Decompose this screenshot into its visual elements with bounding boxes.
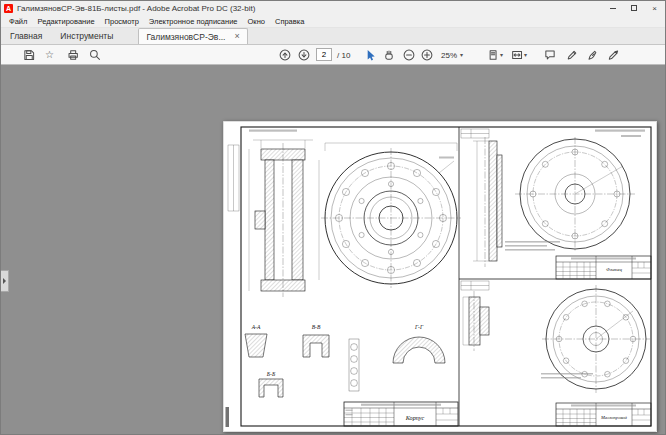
section-label-aa: А-А <box>251 324 261 330</box>
search-icon <box>89 49 101 61</box>
window-controls: × <box>602 1 665 15</box>
print-button[interactable] <box>67 48 79 62</box>
single-page-icon <box>487 49 499 61</box>
printer-icon <box>67 49 79 61</box>
cursor-icon <box>364 49 376 61</box>
save-button[interactable] <box>23 48 35 62</box>
acrobat-window: A ГалимзяновСР-Эв-81Б-листы.pdf - Adobe … <box>0 0 666 435</box>
document-viewport[interactable]: А-А В-В Г-Г Б-Б <box>1 65 666 435</box>
tab-bar: Главная Инструменты ГалимзяновСР-Эв... × <box>1 28 665 45</box>
arrow-down-circle-icon <box>298 49 310 61</box>
acrobat-logo-icon: A <box>4 4 13 13</box>
flanec-part-name: Фланец <box>606 267 622 272</box>
section-label-vv: В-В <box>312 324 321 330</box>
section-label-bb: Б-Б <box>266 371 276 377</box>
comment-icon <box>544 49 556 61</box>
page-view-button[interactable]: ▾ <box>487 48 503 62</box>
nav-pane-toggle[interactable] <box>1 270 9 292</box>
select-tool-button[interactable] <box>364 48 376 62</box>
sign-button[interactable] <box>587 48 599 62</box>
zoom-level-value: 25% <box>441 51 457 60</box>
comment-button[interactable] <box>544 48 556 62</box>
window-title: ГалимзяновСР-Эв-81Б-листы.pdf - Adobe Ac… <box>17 4 255 13</box>
menu-item-view[interactable]: Просмотр <box>100 17 144 26</box>
tab-close-icon[interactable]: × <box>234 32 239 41</box>
plus-circle-icon <box>421 49 433 61</box>
caret-down-icon: ▾ <box>500 52 503 58</box>
engineering-drawing-sheet: А-А В-В Г-Г Б-Б <box>223 121 657 432</box>
maximize-icon <box>631 5 637 11</box>
pipe-part-name: Маслопровод <box>600 415 628 420</box>
menu-item-esign[interactable]: Электронное подписание <box>144 17 243 26</box>
highlighter-icon <box>607 49 619 61</box>
edit-button[interactable] <box>566 48 578 62</box>
minus-circle-icon <box>403 49 415 61</box>
pencil-icon <box>566 49 578 61</box>
menu-item-window[interactable]: Окно <box>243 17 270 26</box>
menu-item-edit[interactable]: Редактирование <box>32 17 99 26</box>
menu-item-file[interactable]: Файл <box>4 17 32 26</box>
arrow-up-circle-icon <box>279 49 291 61</box>
favorites-button[interactable]: ☆ <box>45 48 54 62</box>
next-page-button[interactable] <box>298 48 310 62</box>
zoom-out-button[interactable] <box>403 48 415 62</box>
toolbar: ☆ / 10 <box>1 45 665 65</box>
zoom-in-button[interactable] <box>421 48 433 62</box>
tab-home[interactable]: Главная <box>1 28 51 44</box>
pdf-page[interactable]: А-А В-В Г-Г Б-Б <box>223 121 657 432</box>
korpus-part-name: Корпус <box>405 414 425 421</box>
tab-tools[interactable]: Инструменты <box>51 28 122 44</box>
minimize-icon <box>610 8 616 9</box>
save-icon <box>23 49 35 61</box>
previous-page-button[interactable] <box>279 48 291 62</box>
caret-down-icon: ▾ <box>524 52 527 58</box>
minimize-button[interactable] <box>602 1 623 15</box>
pen-icon <box>587 49 599 61</box>
fit-width-button[interactable]: ▾ <box>511 48 527 62</box>
page-number-input[interactable] <box>316 48 332 61</box>
highlight-button[interactable] <box>607 48 619 62</box>
title-bar: A ГалимзяновСР-Эв-81Б-листы.pdf - Adobe … <box>1 1 665 15</box>
section-label-gg: Г-Г <box>414 324 424 330</box>
maximize-button[interactable] <box>623 1 644 15</box>
tab-document[interactable]: ГалимзяновСР-Эв... × <box>138 28 247 44</box>
star-icon: ☆ <box>45 50 54 60</box>
menu-item-help[interactable]: Справка <box>270 17 309 26</box>
menu-bar: Файл Редактирование Просмотр Электронное… <box>1 15 665 28</box>
search-button[interactable] <box>89 48 101 62</box>
hand-tool-button[interactable] <box>383 48 395 62</box>
tab-document-label: ГалимзяновСР-Эв... <box>146 32 225 42</box>
hand-icon <box>383 49 395 61</box>
page-count-label: / 10 <box>337 51 350 60</box>
close-button[interactable]: × <box>644 1 665 15</box>
zoom-level-dropdown[interactable]: 25% ▾ <box>439 48 465 62</box>
sheet-edge <box>224 122 657 432</box>
caret-down-icon: ▾ <box>460 52 463 58</box>
fit-width-icon <box>511 49 523 61</box>
